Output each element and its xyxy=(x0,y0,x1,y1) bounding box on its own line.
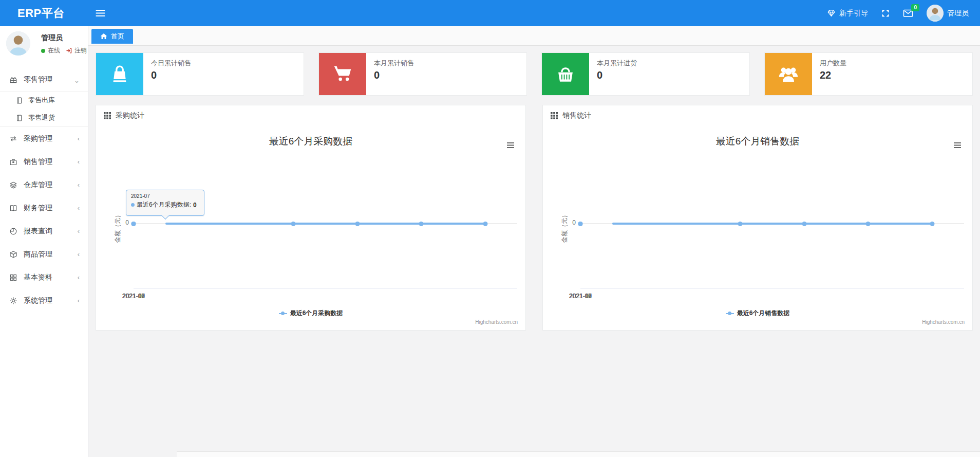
sidebar-item-retail[interactable]: 零售管理 ⌄ xyxy=(0,68,88,92)
sidebar-item-retail-return[interactable]: 零售退货 xyxy=(0,109,88,126)
panel-header: 销售统计 xyxy=(543,105,972,126)
data-point[interactable] xyxy=(578,222,583,226)
sales-chart: 最近6个月销售数据 金额（元） 0 2021-07 2021-08 xyxy=(543,126,972,330)
sidebar-item-warehouse[interactable]: 仓库管理 ‹ xyxy=(0,173,88,196)
data-point[interactable] xyxy=(866,222,871,226)
legend-line-marker-icon xyxy=(726,311,734,316)
sidebar-user-block: 管理员 在线 注销 xyxy=(0,26,88,65)
online-status-icon xyxy=(41,49,45,53)
chevron-left-icon: ‹ xyxy=(78,158,80,166)
online-status-label: 在线 xyxy=(48,46,60,55)
plot-area: 2021-07 2021-08 2021-09 2021-10 2021-11 … xyxy=(580,147,964,288)
series-line xyxy=(612,223,932,225)
main-content: 首页 今日累计销售 0 本月累计销售 0 xyxy=(88,26,980,457)
x-axis-tick: 2021-12 xyxy=(122,293,145,300)
data-point[interactable] xyxy=(419,222,424,226)
shopping-bag-icon xyxy=(96,53,143,95)
open-book-icon xyxy=(9,204,18,212)
messages-button[interactable]: 0 xyxy=(903,9,913,17)
stat-card-label: 本月累计销售 xyxy=(374,59,414,68)
highcharts-credit-link[interactable]: Highcharts.com.cn xyxy=(922,319,965,325)
username-label: 管理员 xyxy=(947,9,969,18)
data-point[interactable] xyxy=(355,222,360,226)
chart-tooltip: 2021-07 最近6个月采购数据: 0 xyxy=(126,190,204,216)
app-brand: ERP平台 xyxy=(17,6,65,21)
legend-item[interactable]: 最近6个月采购数据 xyxy=(96,309,525,318)
chevron-left-icon: ‹ xyxy=(78,181,80,189)
tooltip-series-label: 最近6个月采购数据: xyxy=(137,200,191,209)
stat-card-label: 今日累计销售 xyxy=(151,59,191,68)
chevron-left-icon: ‹ xyxy=(78,250,80,258)
tab-home[interactable]: 首页 xyxy=(91,29,133,44)
y-axis-tick: 0 xyxy=(115,219,129,226)
tab-bar: 首页 xyxy=(88,26,980,46)
sidebar-menu: 零售管理 ⌄ 零售出库 零售退货 采购管理 ‹ xyxy=(0,68,88,312)
sidebar-item-reports[interactable]: 报表查询 ‹ xyxy=(0,220,88,243)
stat-card-today-sales: 今日累计销售 0 xyxy=(96,52,304,96)
cart-icon xyxy=(319,53,366,95)
guide-button[interactable]: 新手引导 xyxy=(827,9,868,18)
legend-item[interactable]: 最近6个月销售数据 xyxy=(543,309,972,318)
y-axis-tick: 0 xyxy=(561,219,576,226)
sidebar-item-goods[interactable]: 商品管理 ‹ xyxy=(0,243,88,266)
sidebar-item-purchase[interactable]: 采购管理 ‹ xyxy=(0,127,88,150)
sidebar-item-basic-data[interactable]: 基本资料 ‹ xyxy=(0,266,88,289)
gift-icon xyxy=(9,76,18,84)
sidebar-toggle-button[interactable] xyxy=(96,9,105,17)
data-point[interactable] xyxy=(483,222,487,226)
th-grid-icon xyxy=(104,112,111,119)
footer-strip xyxy=(177,451,980,457)
plot-area: 2021-07 2021-08 2021-09 2021-10 2021-11 … xyxy=(134,147,517,288)
basket-icon xyxy=(542,53,589,95)
sidebar-item-finance[interactable]: 财务管理 ‹ xyxy=(0,196,88,220)
logout-label: 注销 xyxy=(74,46,87,55)
stat-card-month-purchase: 本月累计进货 0 xyxy=(541,52,750,96)
user-menu[interactable]: 管理员 xyxy=(927,5,969,22)
chevron-left-icon: ‹ xyxy=(78,273,80,281)
hamburger-icon xyxy=(96,9,105,17)
logout-button[interactable]: 注销 xyxy=(66,46,87,55)
stat-cards-row: 今日累计销售 0 本月累计销售 0 本月累计进货 0 xyxy=(88,46,980,96)
y-axis-title: 金额（元） xyxy=(560,212,569,243)
sidebar-item-retail-outbound[interactable]: 零售出库 xyxy=(0,92,88,109)
logout-icon xyxy=(66,47,72,54)
tooltip-value: 0 xyxy=(193,202,197,209)
repeat-icon xyxy=(9,135,18,143)
data-point[interactable] xyxy=(930,222,934,226)
stat-card-value: 22 xyxy=(820,69,846,81)
guide-label: 新手引导 xyxy=(839,9,868,18)
data-point[interactable] xyxy=(131,222,136,226)
series-line xyxy=(165,223,485,225)
highcharts-credit-link[interactable]: Highcharts.com.cn xyxy=(475,319,518,325)
stat-card-value: 0 xyxy=(597,69,637,81)
journal-icon xyxy=(15,114,23,122)
sidebar: 管理员 在线 注销 零售管理 ⌄ xyxy=(0,26,88,457)
y-axis-title: 金额（元） xyxy=(114,212,122,243)
stat-card-value: 0 xyxy=(374,69,414,81)
home-icon xyxy=(100,33,107,40)
chevron-left-icon: ‹ xyxy=(78,204,80,212)
stat-card-month-sales: 本月累计销售 0 xyxy=(318,52,527,96)
data-point[interactable] xyxy=(738,222,743,226)
journal-icon xyxy=(15,97,23,104)
series-marker-icon xyxy=(131,203,135,207)
sidebar-item-system[interactable]: 系统管理 ‹ xyxy=(0,289,88,312)
panel-title: 采购统计 xyxy=(116,111,144,120)
briefcase-icon xyxy=(9,158,18,166)
retail-submenu: 零售出库 零售退货 xyxy=(0,92,88,127)
data-point[interactable] xyxy=(802,222,806,226)
chevron-left-icon: ‹ xyxy=(78,297,80,304)
th-grid-icon xyxy=(551,112,558,119)
tooltip-header: 2021-07 xyxy=(131,193,199,199)
top-navbar: ERP平台 新手引导 0 管理员 xyxy=(0,0,980,26)
gear-icon xyxy=(9,297,18,305)
pie-chart-icon xyxy=(9,227,18,235)
data-point[interactable] xyxy=(291,222,296,226)
sidebar-item-sales[interactable]: 销售管理 ‹ xyxy=(0,150,88,173)
stat-card-label: 本月累计进货 xyxy=(597,59,637,68)
stat-card-value: 0 xyxy=(151,69,191,81)
sidebar-username: 管理员 xyxy=(41,33,88,43)
stat-card-user-count: 用户数量 22 xyxy=(764,52,973,96)
fullscreen-button[interactable] xyxy=(881,9,890,17)
fullscreen-icon xyxy=(881,9,890,17)
